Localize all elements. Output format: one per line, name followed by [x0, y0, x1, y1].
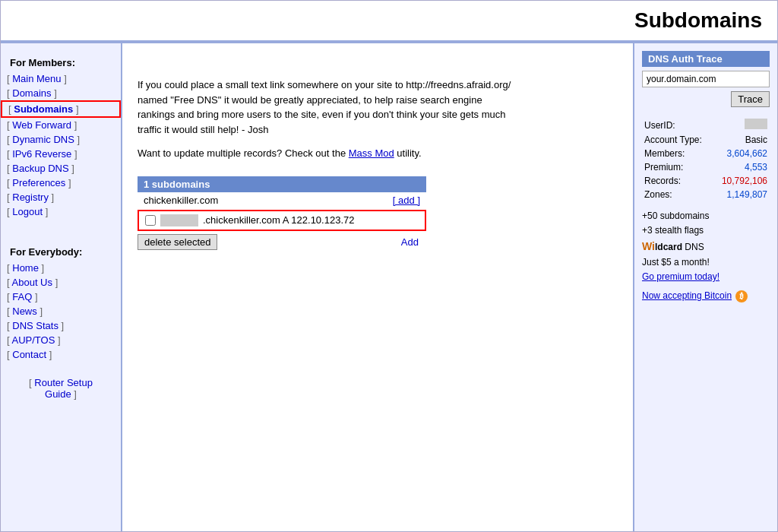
- add-button[interactable]: Add: [401, 236, 426, 248]
- account-type-row: Account Type: Basic: [642, 133, 770, 147]
- members-row: Members: 3,604,662: [642, 147, 770, 160]
- premium-value: 4,553: [713, 160, 770, 174]
- sidebar: For Members: [ Main Menu ] [ Domains ] […: [1, 43, 122, 531]
- sidebar-item-aup-tos[interactable]: [ AUP/TOS ]: [1, 333, 121, 347]
- premium-label: Premium:: [642, 160, 713, 174]
- dns-trace-input[interactable]: [642, 71, 770, 87]
- right-panel: DNS Auth Trace Trace UserID: Account Typ…: [633, 43, 777, 531]
- mass-mod-text: Want to update multiple records? Check o…: [138, 146, 517, 161]
- sidebar-item-backup-dns[interactable]: [ Backup DNS ]: [1, 161, 121, 176]
- subdomain-actions: delete selected Add: [138, 234, 426, 250]
- main-content: If you could place a small text link som…: [122, 43, 633, 531]
- subdomain-text: .chickenkiller.com A 122.10.123.72: [203, 214, 354, 226]
- subdomains-section: 1 subdomains chickenkiller.com [ add ] .…: [138, 176, 426, 250]
- go-premium-link[interactable]: Go premium today!: [642, 271, 719, 282]
- records-label: Records:: [642, 174, 713, 188]
- subdomains-header: 1 subdomains: [138, 176, 426, 192]
- sidebar-everybody-title: For Everybody:: [1, 240, 121, 261]
- bitcoin-icon: ₿: [735, 290, 748, 302]
- members-label: Members:: [642, 147, 713, 160]
- info-paragraph: If you could place a small text link som…: [138, 78, 517, 137]
- sidebar-item-about-us[interactable]: [ About Us ]: [1, 275, 121, 290]
- premium-promo: +50 subdomains +3 stealth flags Wildcard…: [642, 209, 770, 303]
- subdomain-domain-row: chickenkiller.com [ add ]: [138, 192, 426, 208]
- promo-line2: +3 stealth flags: [642, 223, 770, 238]
- records-value: 10,792,106: [713, 174, 770, 188]
- sidebar-item-domains[interactable]: [ Domains ]: [1, 86, 121, 100]
- sidebar-item-dynamic-dns[interactable]: [ Dynamic DNS ]: [1, 132, 121, 147]
- trace-button[interactable]: Trace: [731, 91, 770, 107]
- userid-value-blurred: [745, 119, 767, 129]
- add-domain-link[interactable]: [ add ]: [393, 195, 420, 206]
- sidebar-item-web-forward[interactable]: [ Web Forward ]: [1, 118, 121, 132]
- bitcoin-link[interactable]: Now accepting Bitcoin: [642, 290, 732, 301]
- promo-wildcard: Wildcard DNS: [642, 238, 770, 255]
- sidebar-item-dns-stats[interactable]: [ DNS Stats ]: [1, 318, 121, 333]
- account-type-label: Account Type:: [642, 133, 713, 147]
- members-value: 3,604,662: [713, 147, 770, 160]
- premium-row: Premium: 4,553: [642, 160, 770, 174]
- sidebar-item-logout[interactable]: [ Logout ]: [1, 204, 121, 219]
- sidebar-item-registry[interactable]: [ Registry ]: [1, 190, 121, 204]
- page-title: Subdomains: [1, 1, 777, 42]
- sidebar-item-subdomains[interactable]: [ Subdomains ]: [1, 100, 121, 118]
- promo-line1: +50 subdomains: [642, 209, 770, 223]
- sidebar-item-preferences[interactable]: [ Preferences ]: [1, 176, 121, 190]
- records-row: Records: 10,792,106: [642, 174, 770, 188]
- sidebar-item-ipv6-reverse[interactable]: [ IPv6 Reverse ]: [1, 147, 121, 161]
- userid-row: UserID:: [642, 117, 770, 133]
- promo-price: Just $5 a month!: [642, 255, 770, 270]
- sidebar-item-contact[interactable]: [ Contact ]: [1, 347, 121, 362]
- zones-row: Zones: 1,149,807: [642, 188, 770, 201]
- mass-mod-link[interactable]: Mass Mod: [349, 147, 394, 159]
- account-type-value: Basic: [713, 133, 770, 147]
- sidebar-item-main-menu[interactable]: [ Main Menu ]: [1, 71, 121, 86]
- subdomain-name-blurred: [160, 214, 198, 226]
- subdomain-entry-row: .chickenkiller.com A 122.10.123.72: [138, 210, 426, 231]
- sidebar-members-title: For Members:: [1, 51, 121, 71]
- zones-label: Zones:: [642, 188, 713, 201]
- sidebar-divider: [1, 225, 121, 234]
- stats-table: UserID: Account Type: Basic Members: 3,6…: [642, 117, 770, 201]
- userid-label: UserID:: [642, 117, 713, 133]
- delete-selected-button[interactable]: delete selected: [138, 234, 217, 250]
- sidebar-item-router-guide[interactable]: [ Router SetupGuide ]: [1, 374, 121, 403]
- zones-value: 1,149,807: [713, 188, 770, 201]
- sidebar-item-home[interactable]: [ Home ]: [1, 261, 121, 275]
- dns-auth-header: DNS Auth Trace: [642, 51, 770, 67]
- sidebar-item-news[interactable]: [ News ]: [1, 304, 121, 318]
- subdomain-checkbox[interactable]: [145, 215, 156, 226]
- sidebar-item-faq[interactable]: [ FAQ ]: [1, 290, 121, 304]
